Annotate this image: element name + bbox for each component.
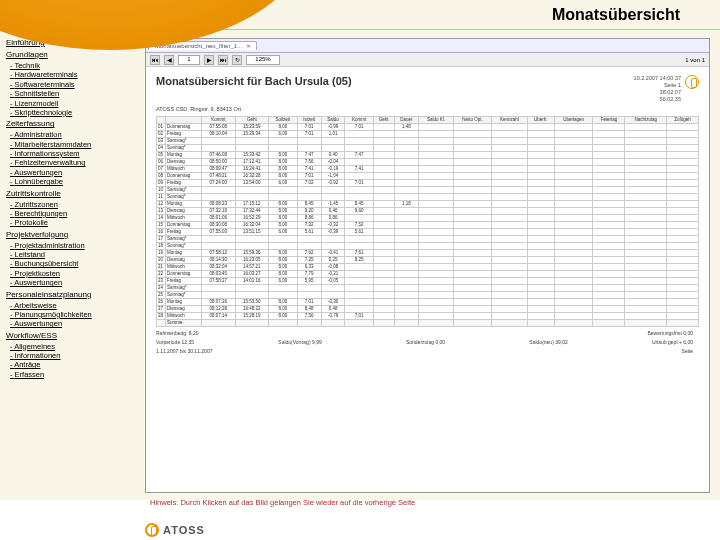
sidebar-item[interactable]: Protokolle: [10, 218, 141, 227]
sidebar-item[interactable]: Erfassen: [10, 370, 141, 379]
zoom-select[interactable]: 125%: [246, 55, 280, 65]
table-row: 02Freitag08:10:0415:29:346,007:011,01: [157, 130, 699, 137]
prev-page-button[interactable]: ◀: [164, 55, 174, 65]
toolbar: ⏮ ◀ 1 ▶ ⏭ ↻ 125% 1 von 1: [146, 53, 709, 67]
table-row: 09Freitag07:24:0013:54:006,007:02-0,927,…: [157, 179, 699, 186]
sidebar-section[interactable]: Personaleinsatzplanung: [6, 290, 141, 300]
sidebar-item[interactable]: Auswertungen: [10, 168, 141, 177]
doc-meta: 10.2.2007 14:00:37Seite 138:02:0756:02,3…: [634, 75, 681, 104]
company-logo-icon: [685, 75, 699, 89]
page-of-label: 1 von 1: [685, 57, 705, 63]
table-row: 14Mittwoch08:01:0616:52:298,008,860,86: [157, 214, 699, 221]
brand-footer: ATOSS: [145, 523, 205, 537]
doc-title: Monatsübersicht für Bach Ursula (05): [156, 75, 352, 87]
sidebar-item[interactable]: Softwareterminals: [10, 80, 141, 89]
table-row: 22Donnerstag08:03:4516:03:278,007,79-0,2…: [157, 270, 699, 277]
sidebar-section[interactable]: Zutrittskontrolle: [6, 189, 141, 199]
sidebar-item[interactable]: Anträge: [10, 360, 141, 369]
next-page-button[interactable]: ▶: [204, 55, 214, 65]
table-row: 21Mittwoch08:32:0414:57:218,006,33-0,08: [157, 263, 699, 270]
table-row: 24Samstag*: [157, 284, 699, 291]
table-row: 26Montag08:07:2615:53:508,007,01-0,30: [157, 298, 699, 305]
close-icon[interactable]: ×: [247, 43, 251, 49]
sidebar-section[interactable]: Workflow/ESS: [6, 331, 141, 341]
table-row: 04Sonntag*: [157, 144, 699, 151]
footer-row-1: Rahmenbedg. 8,20Bewertungsfrist 6,00: [156, 330, 699, 336]
sidebar-item[interactable]: Skripttechnologie: [10, 108, 141, 117]
table-row: 25Sonntag*: [157, 291, 699, 298]
table-row: 01Donnerstag07:55:0815:23:598,007:01-0,9…: [157, 123, 699, 130]
month-table: KommtGehtSollzeitIstzeitSaldoKommtGehtDa…: [156, 116, 699, 327]
sidebar-item[interactable]: Informationssystem: [10, 149, 141, 158]
sidebar-item[interactable]: Schnittstellen: [10, 89, 141, 98]
sidebar-item[interactable]: Berechtigungen: [10, 209, 141, 218]
sidebar-item[interactable]: Arbeitsweise: [10, 301, 141, 310]
sidebar-item[interactable]: Auswertungen: [10, 278, 141, 287]
footer-row-2: Vorperiode 12,35Saldo(Vortrag) 9,99Sonde…: [156, 339, 699, 345]
table-row: 05Montag07:46:0815:33:428,007:470,407,47: [157, 151, 699, 158]
table-row: 27Dienstag08:12:2816:48:228,008,480,48: [157, 305, 699, 312]
table-row: 16Freitag07:55:0313:51:156,005,61-0,395,…: [157, 228, 699, 235]
sidebar-item[interactable]: Lohnübergabe: [10, 177, 141, 186]
table-row: 15Donnerstag08:30:0816:32:048,007:32-0,3…: [157, 221, 699, 228]
sidebar-item[interactable]: Buchungsübersicht: [10, 259, 141, 268]
table-row: 18Sonntag*: [157, 242, 699, 249]
sidebar-item[interactable]: Administration: [10, 130, 141, 139]
sidebar-item[interactable]: Informationen: [10, 351, 141, 360]
sidebar: EinführungGrundlagenTechnikHardwaretermi…: [6, 36, 141, 379]
last-page-button[interactable]: ⏭: [218, 55, 228, 65]
brand-logo-icon: [145, 523, 159, 537]
doc-subtitle: ATOSS CSD, Ringstr. 9, 83413 Ort: [156, 106, 699, 112]
first-page-button[interactable]: ⏮: [150, 55, 160, 65]
report-document: Monatsübersicht für Bach Ursula (05) 10.…: [146, 67, 709, 492]
table-row: 10Samstag*: [157, 186, 699, 193]
refresh-button[interactable]: ↻: [232, 55, 242, 65]
table-row: 23Freitag07:58:2714:01:166,005,95-0,05: [157, 277, 699, 284]
sidebar-item[interactable]: Auswertungen: [10, 319, 141, 328]
report-viewer[interactable]: Monatsuebersicht_neu_filter_1... × ⏮ ◀ 1…: [145, 38, 710, 493]
page-label: Seite: [682, 348, 693, 354]
sidebar-item[interactable]: Projektkosten: [10, 269, 141, 278]
table-row: 12Montag08:08:2317:15:128,008,45-1,458,4…: [157, 200, 699, 207]
sidebar-section[interactable]: Grundlagen: [6, 50, 141, 60]
sidebar-item[interactable]: Allgemeines: [10, 342, 141, 351]
sidebar-section[interactable]: Projektverfolgung: [6, 230, 141, 240]
page-input[interactable]: 1: [178, 55, 200, 65]
table-row: 07Mittwoch08:09:4716:24:418,007:41-0,197…: [157, 165, 699, 172]
table-row: 11Sonntag*: [157, 193, 699, 200]
table-row: 19Montag07:58:1215:59:368,007:62-0,417:6…: [157, 249, 699, 256]
tab-bar: Monatsuebersicht_neu_filter_1... ×: [146, 39, 709, 53]
sidebar-item[interactable]: Mitarbeiterstammdaten: [10, 140, 141, 149]
table-row: 17Samstag*: [157, 235, 699, 242]
sidebar-item[interactable]: Projektadministration: [10, 241, 141, 250]
date-range: 1.11.2007 bis 30.11.2007: [156, 348, 212, 354]
table-row: 20Dienstag08:14:3016:23:058,007,250,258,…: [157, 256, 699, 263]
hint-text: Hinweis: Durch Klicken auf das Bild gela…: [150, 498, 415, 507]
sidebar-item[interactable]: Fehlzeitenverwaltung: [10, 158, 141, 167]
sidebar-item[interactable]: Leitstand: [10, 250, 141, 259]
summary-row: Summe: [157, 319, 699, 326]
sidebar-section[interactable]: Zeiterfassung: [6, 119, 141, 129]
sidebar-item[interactable]: Lizenzmodell: [10, 99, 141, 108]
table-row: 06Dienstag08:50:0017:12:418,007:56-0,04: [157, 158, 699, 165]
table-row: 28Mittwoch08:07:1415:28:198,007,56-0,797…: [157, 312, 699, 319]
table-row: 03Samstag*: [157, 137, 699, 144]
sidebar-item[interactable]: Zutrittszonen: [10, 200, 141, 209]
sidebar-item[interactable]: Hardwareterminals: [10, 70, 141, 79]
sidebar-item[interactable]: Planungsmöglichkeiten: [10, 310, 141, 319]
table-row: 08Donnerstag07:48:2116:32:288,007:01-1,0…: [157, 172, 699, 179]
footer-row-3: 1.11.2007 bis 30.11.2007 Seite: [156, 348, 699, 354]
table-row: 13Dienstag07:32:1917:32:448,009,200,469,…: [157, 207, 699, 214]
brand-name: ATOSS: [163, 524, 205, 536]
sidebar-item[interactable]: Technik: [10, 61, 141, 70]
